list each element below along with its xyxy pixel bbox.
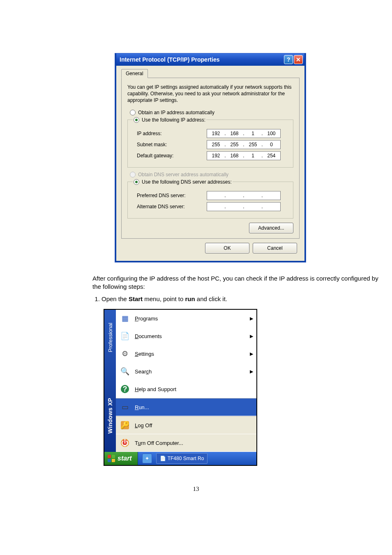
chevron-right-icon: ▶	[250, 334, 253, 339]
menu-item-turnoff[interactable]: ⏻ Turn Off Computer...	[116, 434, 256, 452]
dialog-title: Internet Protocol (TCP/IP) Properties	[120, 56, 283, 63]
dns-group: Use the following DNS server addresses: …	[127, 179, 293, 219]
run-icon: ▭	[119, 401, 131, 413]
menu-item-run[interactable]: ▭ Run...	[116, 398, 256, 416]
tab-panel-general: You can get IP settings assigned automat…	[121, 78, 300, 239]
radio-use-dns[interactable]: Use the following DNS server addresses:	[134, 179, 232, 185]
menu-item-documents[interactable]: 📄 Documents ▶	[116, 327, 256, 345]
menu-label: Settings	[135, 351, 154, 357]
shutdown-icon: ⏻	[119, 437, 131, 449]
settings-icon: ⚙	[119, 348, 131, 359]
taskbar-item[interactable]: 📄 TF480 Smart Ro	[156, 453, 208, 464]
radio-label: Obtain an IP address automatically	[138, 110, 214, 115]
word-doc-icon: 📄	[160, 456, 166, 461]
menu-item-settings[interactable]: ⚙ Settings ▶	[116, 345, 256, 363]
chevron-right-icon: ▶	[250, 369, 253, 374]
default-gateway-input[interactable]: 192. 168. 1. 254	[207, 151, 281, 160]
advanced-button[interactable]: Advanced...	[249, 223, 293, 233]
help-icon: ?	[119, 383, 131, 395]
help-icon[interactable]: ?	[284, 55, 293, 64]
logoff-icon: 🔑	[119, 419, 131, 431]
menu-label: Log Off	[135, 422, 152, 428]
menu-item-search[interactable]: 🔍 Search ▶	[116, 363, 256, 380]
menu-label: Run...	[135, 404, 149, 410]
search-icon: 🔍	[119, 366, 131, 377]
start-menu-brand-bar: Professional Windows XP	[104, 310, 116, 452]
subnet-mask-input[interactable]: 255. 255. 255. 0	[207, 140, 281, 149]
radio-icon	[130, 110, 136, 115]
start-button[interactable]: start	[104, 452, 138, 465]
start-menu: Professional Windows XP ▦ Programs ▶ 📄 D…	[104, 309, 257, 466]
radio-icon	[130, 172, 136, 177]
menu-item-help[interactable]: ? Help and Support	[116, 380, 256, 398]
page-number: 13	[0, 486, 392, 493]
description-text: You can get IP settings assigned automat…	[127, 84, 293, 104]
titlebar: Internet Protocol (TCP/IP) Properties ? …	[116, 53, 304, 66]
cancel-button[interactable]: Cancel	[253, 243, 297, 253]
alternate-dns-input[interactable]: . . .	[207, 202, 281, 211]
radio-obtain-dns-auto: Obtain DNS server address automatically	[130, 172, 293, 177]
start-label: start	[118, 455, 132, 462]
step-1: Open the Start menu, point to run and cl…	[101, 295, 380, 303]
ip-address-input[interactable]: 192. 168. 1. 100	[207, 129, 281, 138]
default-gateway-label: Default gateway:	[133, 153, 207, 159]
brand-text-windows-xp: Windows XP	[107, 398, 113, 434]
subnet-mask-label: Subnet mask:	[133, 142, 207, 147]
quick-launch-icon[interactable]: ✦	[142, 454, 152, 463]
ip-address-label: IP address:	[133, 131, 207, 136]
brand-text-professional: Professional	[107, 323, 113, 352]
windows-logo-icon	[108, 455, 115, 462]
paragraph: After configuring the IP address of the …	[92, 274, 380, 291]
menu-label: Search	[135, 368, 152, 375]
close-icon[interactable]: ✕	[294, 55, 303, 64]
radio-icon	[134, 179, 139, 185]
preferred-dns-label: Preferred DNS server:	[133, 193, 207, 198]
chevron-right-icon: ▶	[250, 316, 253, 321]
radio-label: Use the following IP address:	[142, 117, 205, 123]
taskbar: start ✦ 📄 TF480 Smart Ro	[104, 452, 256, 465]
documents-icon: 📄	[119, 330, 131, 342]
taskbar-label: TF480 Smart Ro	[168, 456, 204, 461]
menu-label: Documents	[135, 333, 162, 339]
radio-obtain-ip-auto[interactable]: Obtain an IP address automatically	[130, 110, 293, 115]
tab-general[interactable]: General	[121, 69, 148, 78]
menu-item-logoff[interactable]: 🔑 Log Off	[116, 416, 256, 434]
programs-icon: ▦	[119, 313, 131, 324]
menu-label: Turn Off Computer...	[135, 440, 183, 446]
menu-label: Help and Support	[135, 386, 176, 392]
preferred-dns-input[interactable]: . . .	[207, 191, 281, 200]
radio-use-ip[interactable]: Use the following IP address:	[134, 117, 205, 123]
ok-button[interactable]: OK	[205, 243, 249, 253]
tcpip-properties-dialog: Internet Protocol (TCP/IP) Properties ? …	[115, 53, 306, 262]
instruction-text: After configuring the IP address of the …	[92, 274, 380, 304]
ip-address-group: Use the following IP address: IP address…	[127, 117, 293, 168]
radio-label: Use the following DNS server addresses:	[142, 179, 232, 185]
chevron-right-icon: ▶	[250, 351, 253, 357]
radio-label: Obtain DNS server address automatically	[138, 172, 228, 177]
alternate-dns-label: Alternate DNS server:	[133, 204, 207, 210]
menu-label: Programs	[135, 315, 158, 322]
radio-icon	[134, 117, 139, 123]
menu-item-programs[interactable]: ▦ Programs ▶	[116, 310, 256, 327]
